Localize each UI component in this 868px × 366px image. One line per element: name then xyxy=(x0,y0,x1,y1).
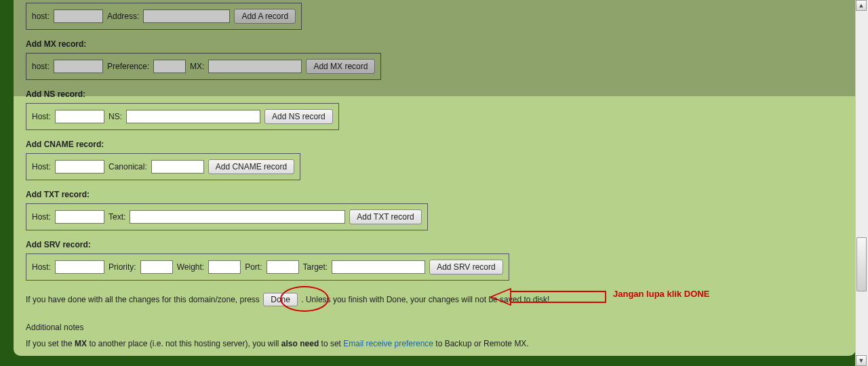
mx-record-form: host: Preference: MX: Add MX record xyxy=(26,53,381,80)
dns-panel: host: Address: Add A record Add MX recor… xyxy=(14,0,856,356)
ns-ns-input[interactable] xyxy=(126,110,260,123)
cname-canonical-label: Canonical: xyxy=(108,162,147,171)
add-srv-record-button[interactable]: Add SRV record xyxy=(429,260,503,274)
srv-record-form: Host: Priority: Weight: Port: Target: Ad… xyxy=(26,253,509,281)
srv-target-label: Target: xyxy=(303,262,328,272)
srv-weight-input[interactable] xyxy=(208,260,241,274)
srv-section-title: Add SRV record: xyxy=(26,240,844,249)
add-txt-record-button[interactable]: Add TXT record xyxy=(349,209,421,224)
add-cname-record-button[interactable]: Add CNAME record xyxy=(208,159,294,174)
ns-ns-label: NS: xyxy=(108,112,122,121)
add-ns-record-button[interactable]: Add NS record xyxy=(264,109,333,124)
txt-record-form: Host: Text: Add TXT record xyxy=(26,203,428,230)
txt-host-label: Host: xyxy=(32,212,51,222)
done-post-text: . Unless you finish with Done, your chan… xyxy=(301,295,549,304)
scroll-thumb[interactable] xyxy=(856,237,867,291)
srv-host-input[interactable] xyxy=(55,260,104,274)
txt-section-title: Add TXT record: xyxy=(26,190,844,199)
mx-host-input[interactable] xyxy=(54,60,103,73)
mx-pref-input[interactable] xyxy=(153,60,186,73)
mx-section-title: Add MX record: xyxy=(26,39,844,49)
add-a-record-button[interactable]: Add A record xyxy=(234,9,296,24)
cname-canonical-input[interactable] xyxy=(151,160,204,174)
cname-section-title: Add CNAME record: xyxy=(26,140,844,149)
a-address-label: Address: xyxy=(107,12,139,21)
done-row: If you have done with all the changes fo… xyxy=(26,293,844,306)
srv-host-label: Host: xyxy=(32,262,51,272)
ns-record-form: Host: NS: Add NS record xyxy=(26,103,339,130)
a-host-input[interactable] xyxy=(54,9,103,23)
scroll-up-button[interactable]: ▲ xyxy=(856,0,867,11)
mx-pref-label: Preference: xyxy=(107,62,149,71)
email-receive-preference-link[interactable]: Email receive preference xyxy=(343,339,433,348)
notes-p1a: If you set the xyxy=(26,339,75,348)
notes-mx: MX xyxy=(75,339,87,348)
cname-record-form: Host: Canonical: Add CNAME record xyxy=(26,153,300,180)
annotation-text: Jangan lupa klik DONE xyxy=(613,289,709,299)
cname-host-label: Host: xyxy=(32,162,51,171)
srv-weight-label: Weight: xyxy=(177,262,204,272)
txt-text-input[interactable] xyxy=(130,210,345,224)
ns-host-input[interactable] xyxy=(55,110,104,123)
notes-body: If you set the MX to another place (i.e.… xyxy=(26,339,844,348)
vertical-scrollbar[interactable]: ▲ ▼ xyxy=(855,0,868,366)
mx-host-label: host: xyxy=(32,62,50,71)
notes-p1b: to another place (i.e. not this hosting … xyxy=(87,339,281,348)
srv-priority-input[interactable] xyxy=(140,260,173,274)
txt-host-input[interactable] xyxy=(55,210,104,224)
srv-port-input[interactable] xyxy=(267,260,299,274)
notes-p1d: to Backup or Remote MX. xyxy=(433,339,529,348)
ns-host-label: Host: xyxy=(32,112,51,121)
done-pre-text: If you have done with all the changes fo… xyxy=(26,295,262,304)
srv-target-input[interactable] xyxy=(332,260,425,274)
srv-port-label: Port: xyxy=(245,262,262,272)
mx-mx-input[interactable] xyxy=(208,60,302,73)
a-host-label: host: xyxy=(32,12,50,21)
add-mx-record-button[interactable]: Add MX record xyxy=(306,59,375,74)
scroll-down-button[interactable]: ▼ xyxy=(856,355,867,366)
srv-priority-label: Priority: xyxy=(108,262,136,272)
notes-bold: also need xyxy=(281,339,319,348)
cname-host-input[interactable] xyxy=(55,160,104,174)
notes-p1c: to set xyxy=(319,339,343,348)
a-record-form: host: Address: Add A record xyxy=(26,3,302,30)
txt-text-label: Text: xyxy=(108,212,125,222)
ns-section-title: Add NS record: xyxy=(26,89,844,99)
done-button[interactable]: Done xyxy=(263,293,298,306)
mx-mx-label: MX: xyxy=(190,62,204,71)
notes-title: Additional notes xyxy=(26,323,844,332)
a-address-input[interactable] xyxy=(143,9,230,23)
